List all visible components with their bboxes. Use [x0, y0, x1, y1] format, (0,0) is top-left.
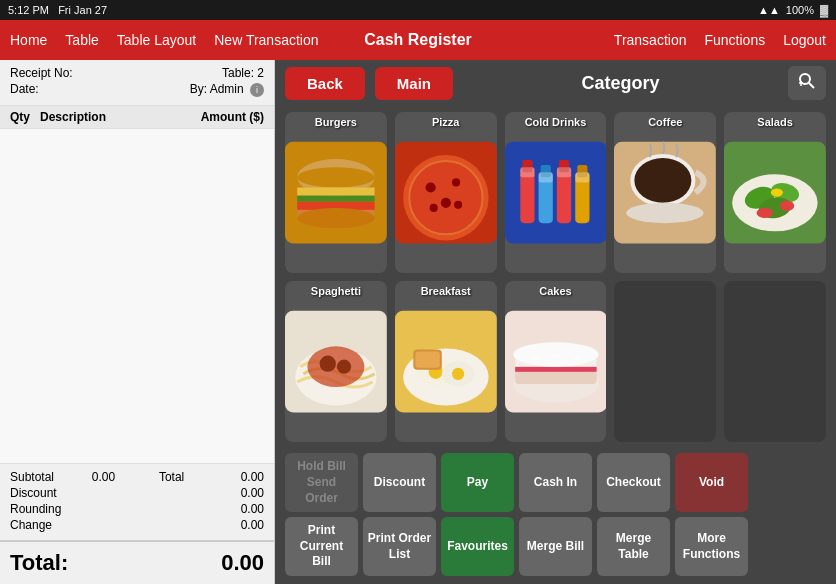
- category-empty-1: [614, 281, 716, 442]
- category-spaghetti[interactable]: Spaghetti: [285, 281, 387, 442]
- nav-new-transaction[interactable]: New Transaction: [214, 32, 318, 48]
- category-title: Category: [463, 73, 778, 94]
- right-top-bar: Back Main Category: [275, 60, 836, 106]
- more-functions-button[interactable]: More Functions: [675, 517, 748, 576]
- rounding-row: Rounding 0.00: [10, 502, 264, 516]
- svg-point-19: [454, 201, 462, 209]
- hold-bill-button[interactable]: Hold BillSend Order: [285, 453, 358, 512]
- category-empty-2: [724, 281, 826, 442]
- change-row: Change 0.00: [10, 518, 264, 532]
- pizza-image: [395, 112, 497, 273]
- bottom-buttons: Hold BillSend Order Discount Pay Cash In…: [275, 448, 836, 584]
- search-icon: [798, 72, 816, 90]
- receipt-by: By: Admin i: [190, 82, 264, 97]
- burgers-image: [285, 112, 387, 273]
- breakfast-image: [395, 281, 497, 442]
- svg-point-68: [533, 359, 535, 361]
- svg-point-49: [320, 356, 336, 372]
- svg-point-43: [757, 208, 773, 218]
- category-pizza[interactable]: Pizza: [395, 112, 497, 273]
- svg-rect-8: [297, 196, 374, 202]
- receipt-table: Table: 2: [222, 66, 264, 80]
- cash-in-button[interactable]: Cash In: [519, 453, 592, 512]
- status-time: 5:12 PM: [8, 4, 49, 16]
- main-layout: Receipt No: Table: 2 Date: By: Admin i Q…: [0, 60, 836, 584]
- status-time-date: 5:12 PM Fri Jan 27: [8, 4, 107, 16]
- svg-rect-58: [415, 352, 439, 368]
- svg-point-18: [429, 204, 437, 212]
- nav-title: Cash Register: [364, 31, 472, 49]
- svg-rect-7: [297, 188, 374, 196]
- category-coffee[interactable]: Coffee: [614, 112, 716, 273]
- category-salads[interactable]: Salads: [724, 112, 826, 273]
- category-search-button[interactable]: [788, 66, 826, 100]
- svg-point-15: [425, 182, 435, 192]
- receipt-panel: Receipt No: Table: 2 Date: By: Admin i Q…: [0, 60, 275, 584]
- grand-total-value: 0.00: [221, 550, 264, 576]
- category-cakes-label: Cakes: [505, 285, 607, 297]
- receipt-items-header: Qty Description Amount ($): [0, 106, 274, 129]
- col-amount: Amount ($): [201, 110, 264, 124]
- cold-drinks-image: [505, 112, 607, 273]
- svg-point-72: [574, 359, 576, 361]
- merge-table-button[interactable]: Merge Table: [597, 517, 670, 576]
- nav-title-text: Cash Register: [364, 31, 472, 48]
- receipt-no-label: Receipt No:: [10, 66, 73, 80]
- receipt-info-row1: Receipt No: Table: 2: [10, 66, 264, 80]
- category-pizza-label: Pizza: [395, 116, 497, 128]
- svg-point-48: [307, 347, 364, 388]
- favourites-button[interactable]: Favourites: [441, 517, 514, 576]
- total-value2: 0.00: [220, 470, 264, 484]
- category-burgers-label: Burgers: [285, 116, 387, 128]
- nav-left: Home Table Table Layout New Transaction: [10, 32, 364, 48]
- receipt-items-area: [0, 129, 274, 463]
- status-date: Fri Jan 27: [58, 4, 107, 16]
- svg-line-1: [809, 83, 814, 88]
- nav-table-layout[interactable]: Table Layout: [117, 32, 196, 48]
- nav-logout[interactable]: Logout: [783, 32, 826, 48]
- receipt-info-row2: Date: By: Admin i: [10, 82, 264, 97]
- void-button[interactable]: Void: [675, 453, 748, 512]
- main-button[interactable]: Main: [375, 67, 453, 100]
- change-value: 0.00: [214, 518, 264, 532]
- info-icon[interactable]: i: [250, 83, 264, 97]
- print-order-list-button[interactable]: Print Order List: [363, 517, 436, 576]
- print-current-bill-button[interactable]: Print Current Bill: [285, 517, 358, 576]
- svg-point-45: [771, 189, 783, 197]
- status-bar: 5:12 PM Fri Jan 27 ▲▲ 100% ▓: [0, 0, 836, 20]
- svg-rect-33: [575, 172, 589, 182]
- receipt-totals: Subtotal 0.00 Total 0.00 Discount 0.00 R…: [0, 463, 274, 540]
- svg-point-44: [780, 201, 794, 211]
- checkout-button[interactable]: Checkout: [597, 453, 670, 512]
- svg-point-67: [513, 342, 599, 366]
- battery-icon: ▓: [820, 4, 828, 16]
- wifi-icon: ▲▲: [758, 4, 780, 16]
- svg-point-16: [452, 178, 460, 186]
- nav-table[interactable]: Table: [65, 32, 98, 48]
- svg-point-70: [553, 357, 555, 359]
- category-breakfast[interactable]: Breakfast: [395, 281, 497, 442]
- receipt-date-label: Date:: [10, 82, 39, 97]
- subtotal-label: Subtotal: [10, 470, 71, 484]
- back-button[interactable]: Back: [285, 67, 365, 100]
- coffee-image: [614, 112, 716, 273]
- battery-label: 100%: [786, 4, 814, 16]
- subtotal-value: 0.00: [71, 470, 115, 484]
- total-label2: Total: [159, 470, 220, 484]
- status-right: ▲▲ 100% ▓: [758, 4, 828, 16]
- discount-button[interactable]: Discount: [363, 453, 436, 512]
- category-burgers[interactable]: Burgers: [285, 112, 387, 273]
- nav-home[interactable]: Home: [10, 32, 47, 48]
- category-spaghetti-label: Spaghetti: [285, 285, 387, 297]
- svg-point-69: [536, 358, 538, 360]
- category-cakes[interactable]: Cakes: [505, 281, 607, 442]
- nav-transaction[interactable]: Transaction: [614, 32, 687, 48]
- merge-bill-button[interactable]: Merge Bill: [519, 517, 592, 576]
- subtotal-row: Subtotal 0.00 Total 0.00: [10, 470, 264, 484]
- svg-point-37: [627, 203, 704, 223]
- svg-point-17: [441, 198, 451, 208]
- nav-functions[interactable]: Functions: [704, 32, 765, 48]
- pay-button[interactable]: Pay: [441, 453, 514, 512]
- svg-rect-62: [515, 367, 596, 372]
- category-cold-drinks[interactable]: Cold Drinks: [505, 112, 607, 273]
